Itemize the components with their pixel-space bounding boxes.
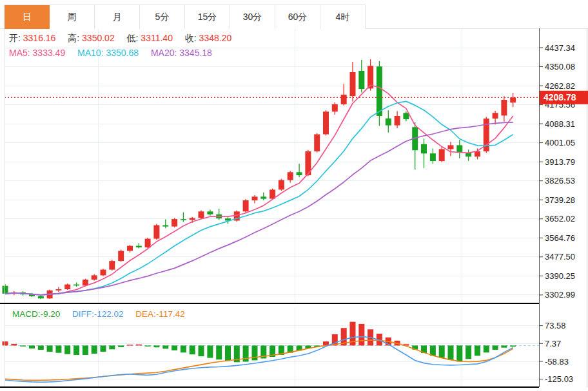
ohlc-info-row: 开: 3316.16 高: 3350.02 低: 3311.40 收: 3348… — [9, 33, 241, 44]
svg-text:4437.34: 4437.34 — [545, 43, 575, 53]
tab-5min[interactable]: 5分 — [140, 5, 185, 29]
svg-text:3913.79: 3913.79 — [545, 157, 575, 167]
macd-label: MACD: — [12, 309, 41, 319]
ma10-pair: MA10: 3350.68 — [77, 48, 139, 58]
low-value: 3311.40 — [141, 33, 173, 43]
ma10-line — [5, 101, 513, 295]
ma-info-row: MA5: 3333.49 MA10: 3350.68 MA20: 3345.18 — [9, 48, 222, 58]
close-label: 收: — [185, 33, 197, 43]
ma5-value: 3333.49 — [33, 48, 66, 58]
macd-axis-labels: 73.587.37-58.83-125.03 — [539, 321, 573, 384]
svg-text:4001.05: 4001.05 — [545, 138, 575, 148]
svg-text:73.58: 73.58 — [545, 321, 566, 330]
svg-text:4350.08: 4350.08 — [545, 62, 575, 72]
ma5-label: MA5: — [9, 48, 30, 58]
low-label: 低: — [127, 33, 139, 43]
tab-day[interactable]: 日 — [5, 5, 50, 29]
high-label: 高: — [68, 33, 79, 43]
svg-text:3477.50: 3477.50 — [545, 252, 575, 262]
dea-line — [5, 340, 513, 380]
chart-svg: 4437.344350.084262.824175.564088.314001.… — [0, 0, 588, 391]
svg-text:7.37: 7.37 — [545, 339, 561, 348]
macd-value: -9.20 — [41, 309, 61, 319]
tab-60min[interactable]: 60分 — [275, 5, 320, 29]
high-pair: 高: 3350.02 — [68, 33, 114, 43]
dea-label: DEA: — [135, 309, 156, 319]
high-value: 3350.02 — [82, 33, 115, 43]
svg-text:3826.53: 3826.53 — [545, 176, 575, 186]
diff-label: DIFF: — [72, 309, 94, 319]
tab-4hour[interactable]: 4时 — [320, 5, 366, 29]
svg-text:3739.28: 3739.28 — [545, 195, 575, 205]
current-price-label: 4208.78 — [544, 92, 576, 102]
svg-text:3390.25: 3390.25 — [545, 271, 575, 281]
svg-text:-58.83: -58.83 — [545, 357, 569, 367]
tab-week[interactable]: 周 — [50, 5, 95, 29]
svg-text:4088.31: 4088.31 — [545, 119, 575, 129]
candlestick-series — [3, 59, 516, 299]
panel-borders — [0, 28, 588, 387]
open-pair: 开: 3316.16 — [9, 33, 55, 43]
svg-text:3652.02: 3652.02 — [545, 214, 575, 224]
dea-pair: DEA:-117.42 — [135, 309, 184, 319]
close-value: 3348.20 — [199, 33, 232, 43]
trading-chart-window: 日周月5分15分30分60分4时 开: 3316.16 高: 3350.02 低… — [0, 0, 588, 391]
tab-30min[interactable]: 30分 — [230, 5, 275, 29]
ma5-line — [5, 85, 513, 295]
ma20-value: 3345.18 — [179, 48, 212, 58]
macd-pair: MACD:-9.20 — [12, 309, 60, 319]
ma20-pair: MA20: 3345.18 — [151, 48, 212, 58]
ma20-line — [5, 122, 513, 295]
dea-value: -117.42 — [156, 309, 185, 319]
svg-text:4262.82: 4262.82 — [545, 81, 575, 91]
price-axis-labels: 4437.344350.084262.824175.564088.314001.… — [539, 43, 575, 300]
diff-value: -122.02 — [94, 309, 124, 319]
low-pair: 低: 3311.40 — [127, 33, 173, 43]
macd-histogram — [3, 322, 516, 363]
svg-text:-125.03: -125.03 — [545, 374, 573, 384]
close-pair: 收: 3348.20 — [185, 33, 231, 43]
svg-text:3302.99: 3302.99 — [545, 290, 575, 300]
tab-15min[interactable]: 15分 — [185, 5, 230, 29]
svg-text:3564.76: 3564.76 — [545, 233, 575, 243]
ma10-label: MA10: — [77, 48, 103, 58]
ma20-label: MA20: — [151, 48, 177, 58]
diff-pair: DIFF:-122.02 — [72, 309, 124, 319]
interval-tabbar: 日周月5分15分30分60分4时 — [5, 5, 366, 29]
open-value: 3316.16 — [23, 33, 56, 43]
ma10-value: 3350.68 — [106, 48, 139, 58]
open-label: 开: — [9, 33, 21, 43]
ma5-pair: MA5: 3333.49 — [9, 48, 65, 58]
tab-month[interactable]: 月 — [95, 5, 140, 29]
macd-info-row: MACD:-9.20 DIFF:-122.02 DEA:-117.42 — [12, 309, 195, 319]
